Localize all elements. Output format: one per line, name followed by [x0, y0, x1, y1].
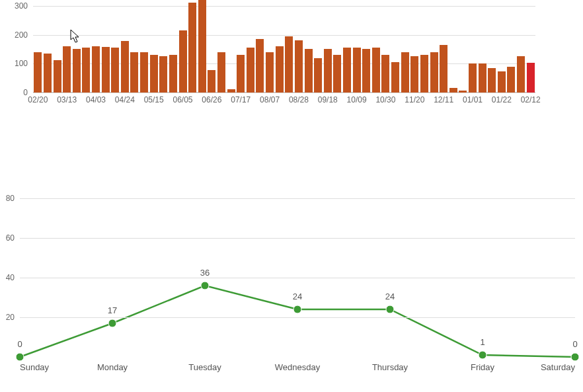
bar-chart-x-tick: 11/20: [405, 93, 424, 104]
bar[interactable]: [479, 63, 486, 93]
bar[interactable]: [391, 62, 399, 93]
line-chart-category-label: Wednesday: [275, 357, 320, 372]
bar[interactable]: [517, 56, 525, 93]
bar[interactable]: [401, 52, 409, 93]
line-chart-gridline: [20, 198, 575, 199]
bar[interactable]: [34, 52, 42, 93]
bar[interactable]: [353, 48, 361, 93]
line-point-label: 17: [108, 305, 117, 319]
bar[interactable]: [324, 49, 332, 93]
bar[interactable]: [188, 3, 196, 93]
bar[interactable]: [372, 48, 380, 93]
bar-chart-x-tick: 05/15: [144, 93, 164, 104]
bar[interactable]: [247, 48, 254, 93]
line-point[interactable]: [201, 282, 209, 290]
bar[interactable]: [305, 49, 313, 93]
line-chart-y-tick: 20: [0, 313, 20, 322]
bar[interactable]: [410, 56, 418, 93]
bar-chart-x-tick: 01/01: [463, 93, 483, 104]
bar[interactable]: [362, 49, 370, 93]
bar[interactable]: [295, 40, 303, 93]
bar[interactable]: [276, 46, 284, 93]
line-point-label: 24: [385, 292, 395, 305]
line-chart-gridline: [20, 317, 575, 318]
bar-chart-x-tick: 01/22: [492, 93, 512, 104]
line-chart-category-label: Friday: [471, 357, 494, 372]
line-chart-category-label: Sunday: [20, 357, 49, 372]
bar[interactable]: [469, 63, 477, 93]
bar-chart-plot-area: 010020030002/2003/1304/0304/2405/1506/05…: [33, 0, 535, 93]
line-chart-category-label: Tuesday: [188, 357, 221, 372]
line-point[interactable]: [386, 305, 394, 313]
bar[interactable]: [217, 52, 225, 93]
line-point-label: 24: [293, 292, 302, 305]
bar[interactable]: [159, 56, 167, 93]
bar[interactable]: [150, 55, 158, 93]
bar-chart-x-tick: 09/18: [318, 93, 338, 104]
bar[interactable]: [285, 36, 293, 93]
bar[interactable]: [102, 47, 110, 93]
bar[interactable]: [73, 49, 81, 93]
bar[interactable]: [507, 67, 515, 93]
bar-chart-y-tick: 300: [7, 1, 33, 11]
bar-chart-y-tick: 200: [7, 30, 33, 40]
weekly-bar-chart: 010020030002/2003/1304/0304/2405/1506/05…: [0, 0, 555, 106]
bar-chart-x-tick: 08/07: [260, 93, 280, 104]
bar[interactable]: [82, 48, 90, 93]
line-chart-category-label: Saturday: [541, 357, 575, 372]
bar[interactable]: [527, 63, 535, 93]
bar-chart-x-tick: 10/09: [347, 93, 367, 104]
bar-chart-x-tick: 02/20: [28, 93, 48, 104]
bar-chart-gridline: [33, 35, 535, 36]
bar[interactable]: [54, 60, 61, 93]
bar-chart-x-tick: 08/28: [289, 93, 309, 104]
line-chart-category-label: Thursday: [372, 357, 408, 372]
bar-chart-x-tick: 02/12: [521, 93, 541, 104]
weekday-line-chart: 204060800Sunday17Monday36Tuesday24Wednes…: [0, 178, 582, 377]
bar-chart-x-tick: 03/13: [57, 93, 77, 104]
bar[interactable]: [111, 48, 119, 93]
line-chart-category-label: Monday: [97, 357, 128, 372]
bar[interactable]: [198, 0, 206, 93]
line-chart-plot-area: 204060800Sunday17Monday36Tuesday24Wednes…: [20, 178, 575, 357]
bar[interactable]: [179, 30, 187, 93]
bar-chart-gridline: [33, 6, 535, 7]
bar[interactable]: [381, 55, 389, 93]
bar-chart-x-tick: 07/17: [231, 93, 251, 104]
bar[interactable]: [488, 68, 496, 93]
bar[interactable]: [420, 55, 428, 93]
line-point[interactable]: [293, 305, 301, 313]
bar[interactable]: [440, 45, 447, 93]
bar[interactable]: [121, 41, 129, 93]
line-chart-y-tick: 40: [0, 273, 20, 282]
line-point[interactable]: [108, 319, 116, 327]
bar[interactable]: [256, 39, 264, 93]
line-chart-svg: [20, 178, 575, 357]
line-point-label: 36: [200, 268, 210, 282]
bar[interactable]: [343, 48, 351, 93]
line-point-label: 1: [480, 337, 485, 351]
bar-chart-x-tick: 04/24: [115, 93, 135, 104]
bar[interactable]: [333, 55, 341, 93]
bar-chart-x-tick: 12/11: [434, 93, 453, 104]
bar[interactable]: [63, 46, 71, 93]
bar[interactable]: [169, 55, 177, 93]
line-point-label: 0: [17, 339, 22, 353]
bar[interactable]: [140, 52, 148, 93]
bar-chart-x-tick: 04/03: [86, 93, 106, 104]
bar[interactable]: [498, 71, 506, 93]
line-chart-y-tick: 60: [0, 233, 20, 243]
bar[interactable]: [208, 70, 215, 93]
bar[interactable]: [430, 52, 438, 93]
bar-chart-y-tick: 100: [7, 59, 33, 68]
bar[interactable]: [130, 52, 138, 93]
line-chart-y-tick: 80: [0, 194, 20, 203]
bar[interactable]: [44, 54, 52, 93]
bar-chart-x-tick: 10/30: [375, 93, 395, 104]
bar[interactable]: [266, 52, 274, 93]
bar[interactable]: [237, 55, 245, 93]
line-chart-gridline: [20, 278, 575, 278]
bar[interactable]: [314, 58, 322, 93]
bar[interactable]: [92, 46, 100, 93]
bar-chart-gridline: [33, 93, 535, 93]
